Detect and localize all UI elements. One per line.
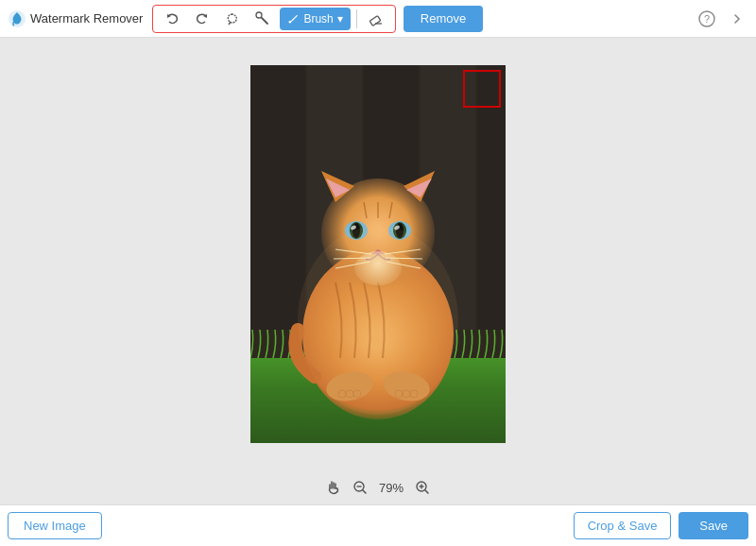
redo-button[interactable] bbox=[189, 7, 215, 31]
brush-icon bbox=[287, 12, 300, 25]
new-image-button[interactable]: New Image bbox=[8, 512, 102, 539]
eraser-button[interactable] bbox=[363, 7, 389, 31]
footer: New Image Crop & Save Save bbox=[0, 504, 756, 546]
toolbar-group: Brush ▾ bbox=[152, 5, 395, 33]
footer-right-buttons: Crop & Save Save bbox=[574, 512, 748, 539]
zoom-in-button[interactable] bbox=[415, 480, 430, 495]
zoom-bar: 79% bbox=[0, 470, 756, 504]
eraser-icon bbox=[369, 11, 384, 26]
zoom-in-icon bbox=[415, 480, 430, 495]
svg-rect-6 bbox=[369, 15, 381, 26]
zoom-out-icon bbox=[352, 480, 368, 495]
canvas-image[interactable] bbox=[250, 65, 506, 443]
brush-chevron: ▾ bbox=[337, 12, 343, 26]
svg-text:?: ? bbox=[704, 13, 710, 25]
help-icon: ? bbox=[698, 10, 715, 27]
chevron-right-icon bbox=[730, 12, 744, 26]
lasso-icon bbox=[225, 11, 240, 26]
svg-line-16 bbox=[425, 490, 428, 493]
remove-button[interactable]: Remove bbox=[404, 6, 483, 32]
svg-line-12 bbox=[363, 490, 366, 493]
magic-select-button[interactable] bbox=[249, 7, 276, 31]
svg-point-5 bbox=[289, 21, 291, 23]
header-right: ? bbox=[696, 8, 748, 30]
undo-button[interactable] bbox=[159, 7, 185, 31]
app-logo: Watermark Remover bbox=[8, 9, 143, 28]
lasso-button[interactable] bbox=[219, 7, 246, 31]
app-title: Watermark Remover bbox=[30, 11, 143, 26]
zoom-out-button[interactable] bbox=[352, 480, 368, 495]
brush-button[interactable]: Brush ▾ bbox=[280, 8, 350, 30]
hand-tool-button[interactable] bbox=[326, 480, 341, 495]
image-container bbox=[250, 65, 506, 443]
help-button[interactable]: ? bbox=[696, 8, 718, 30]
next-button[interactable] bbox=[726, 8, 748, 30]
header: Watermark Remover bbox=[0, 0, 756, 38]
svg-point-3 bbox=[256, 12, 262, 18]
magic-wand-icon bbox=[255, 11, 270, 26]
hand-icon bbox=[326, 480, 341, 495]
toolbar-separator bbox=[356, 9, 357, 28]
save-button[interactable]: Save bbox=[679, 512, 748, 539]
main-canvas-area bbox=[0, 38, 756, 470]
zoom-level: 79% bbox=[379, 481, 404, 495]
svg-line-4 bbox=[262, 18, 267, 24]
brush-label: Brush bbox=[303, 12, 333, 26]
app-logo-icon bbox=[8, 9, 26, 28]
redo-icon bbox=[195, 11, 210, 26]
crop-save-button[interactable]: Crop & Save bbox=[574, 512, 672, 539]
undo-icon bbox=[164, 11, 180, 26]
